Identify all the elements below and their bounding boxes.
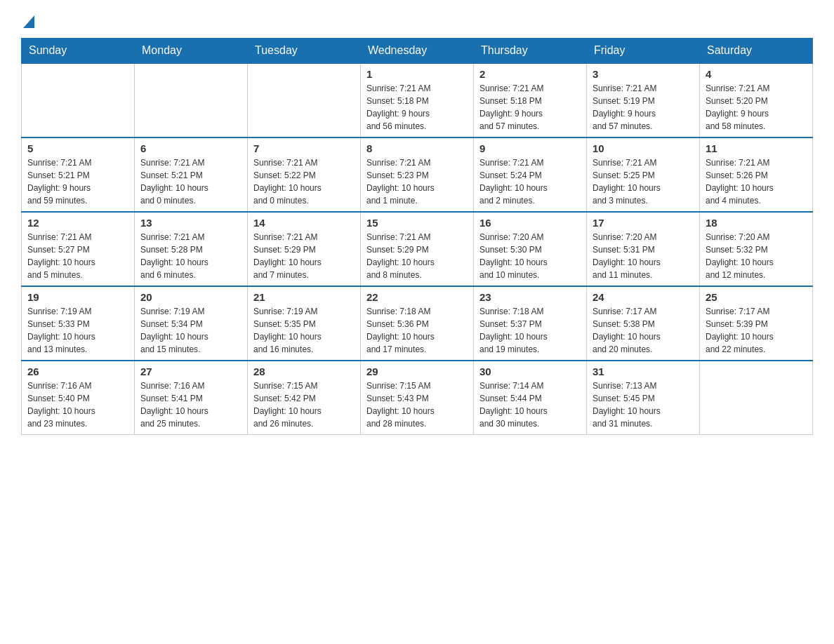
day-number: 3 [593,68,694,80]
calendar-cell: 13Sunrise: 7:21 AM Sunset: 5:28 PM Dayli… [135,212,248,286]
day-number: 6 [140,142,241,154]
calendar-cell: 12Sunrise: 7:21 AM Sunset: 5:27 PM Dayli… [22,212,135,286]
day-info: Sunrise: 7:21 AM Sunset: 5:20 PM Dayligh… [706,82,807,133]
day-info: Sunrise: 7:21 AM Sunset: 5:29 PM Dayligh… [253,231,355,281]
calendar-cell: 8Sunrise: 7:21 AM Sunset: 5:23 PM Daylig… [361,137,474,212]
calendar-cell: 26Sunrise: 7:16 AM Sunset: 5:40 PM Dayli… [22,361,135,435]
calendar-cell: 30Sunrise: 7:14 AM Sunset: 5:44 PM Dayli… [474,361,587,435]
calendar-cell: 6Sunrise: 7:21 AM Sunset: 5:21 PM Daylig… [135,137,248,212]
day-number: 13 [140,217,241,229]
day-number: 1 [366,68,468,80]
day-of-week-header: Monday [135,38,248,63]
calendar-cell: 14Sunrise: 7:21 AM Sunset: 5:29 PM Dayli… [248,212,361,286]
day-info: Sunrise: 7:17 AM Sunset: 5:39 PM Dayligh… [706,305,807,356]
day-of-week-header: Thursday [474,38,587,63]
calendar-cell: 9Sunrise: 7:21 AM Sunset: 5:24 PM Daylig… [474,137,587,212]
day-number: 27 [140,365,241,377]
day-number: 25 [706,291,807,303]
calendar-cell: 1Sunrise: 7:21 AM Sunset: 5:18 PM Daylig… [361,63,474,137]
day-info: Sunrise: 7:21 AM Sunset: 5:22 PM Dayligh… [253,156,355,207]
calendar-cell: 5Sunrise: 7:21 AM Sunset: 5:21 PM Daylig… [22,137,135,212]
day-number: 23 [479,291,581,303]
day-info: Sunrise: 7:20 AM Sunset: 5:30 PM Dayligh… [479,231,581,281]
calendar-cell: 15Sunrise: 7:21 AM Sunset: 5:29 PM Dayli… [361,212,474,286]
day-info: Sunrise: 7:21 AM Sunset: 5:18 PM Dayligh… [479,82,581,133]
day-number: 5 [27,142,128,154]
day-info: Sunrise: 7:17 AM Sunset: 5:38 PM Dayligh… [593,305,694,356]
day-info: Sunrise: 7:16 AM Sunset: 5:40 PM Dayligh… [27,380,128,430]
day-number: 8 [366,142,468,154]
calendar-cell: 11Sunrise: 7:21 AM Sunset: 5:26 PM Dayli… [700,137,813,212]
logo-triangle-icon [23,15,34,28]
day-of-week-header: Wednesday [361,38,474,63]
day-of-week-header: Saturday [700,38,813,63]
day-info: Sunrise: 7:19 AM Sunset: 5:33 PM Dayligh… [27,305,128,356]
day-info: Sunrise: 7:16 AM Sunset: 5:41 PM Dayligh… [140,380,241,430]
calendar-cell [248,63,361,137]
day-info: Sunrise: 7:21 AM Sunset: 5:25 PM Dayligh… [593,156,694,207]
day-info: Sunrise: 7:15 AM Sunset: 5:43 PM Dayligh… [366,380,468,430]
day-info: Sunrise: 7:21 AM Sunset: 5:27 PM Dayligh… [27,231,128,281]
day-number: 29 [366,365,468,377]
calendar-cell: 16Sunrise: 7:20 AM Sunset: 5:30 PM Dayli… [474,212,587,286]
day-number: 17 [593,217,694,229]
week-row: 1Sunrise: 7:21 AM Sunset: 5:18 PM Daylig… [22,63,813,137]
week-row: 26Sunrise: 7:16 AM Sunset: 5:40 PM Dayli… [22,361,813,435]
page-header [21,14,813,31]
calendar-cell: 24Sunrise: 7:17 AM Sunset: 5:38 PM Dayli… [587,286,700,361]
day-info: Sunrise: 7:21 AM Sunset: 5:18 PM Dayligh… [366,82,468,133]
day-info: Sunrise: 7:19 AM Sunset: 5:34 PM Dayligh… [140,305,241,356]
day-number: 24 [593,291,694,303]
calendar-cell: 4Sunrise: 7:21 AM Sunset: 5:20 PM Daylig… [700,63,813,137]
calendar-cell [135,63,248,137]
calendar-cell: 23Sunrise: 7:18 AM Sunset: 5:37 PM Dayli… [474,286,587,361]
calendar-cell: 2Sunrise: 7:21 AM Sunset: 5:18 PM Daylig… [474,63,587,137]
day-info: Sunrise: 7:20 AM Sunset: 5:31 PM Dayligh… [593,231,694,281]
calendar-cell: 28Sunrise: 7:15 AM Sunset: 5:42 PM Dayli… [248,361,361,435]
day-number: 14 [253,217,355,229]
day-number: 7 [253,142,355,154]
day-number: 10 [593,142,694,154]
day-number: 21 [253,291,355,303]
day-number: 12 [27,217,128,229]
svg-marker-0 [23,15,34,28]
day-info: Sunrise: 7:15 AM Sunset: 5:42 PM Dayligh… [253,380,355,430]
day-info: Sunrise: 7:21 AM Sunset: 5:24 PM Dayligh… [479,156,581,207]
day-info: Sunrise: 7:20 AM Sunset: 5:32 PM Dayligh… [706,231,807,281]
day-number: 11 [706,142,807,154]
day-number: 22 [366,291,468,303]
week-row: 19Sunrise: 7:19 AM Sunset: 5:33 PM Dayli… [22,286,813,361]
day-number: 26 [27,365,128,377]
day-info: Sunrise: 7:21 AM Sunset: 5:21 PM Dayligh… [140,156,241,207]
day-number: 9 [479,142,581,154]
calendar-cell: 21Sunrise: 7:19 AM Sunset: 5:35 PM Dayli… [248,286,361,361]
day-info: Sunrise: 7:18 AM Sunset: 5:37 PM Dayligh… [479,305,581,356]
calendar-cell: 10Sunrise: 7:21 AM Sunset: 5:25 PM Dayli… [587,137,700,212]
day-number: 20 [140,291,241,303]
calendar-cell: 27Sunrise: 7:16 AM Sunset: 5:41 PM Dayli… [135,361,248,435]
calendar-table: SundayMondayTuesdayWednesdayThursdayFrid… [21,38,813,435]
day-info: Sunrise: 7:21 AM Sunset: 5:29 PM Dayligh… [366,231,468,281]
week-row: 12Sunrise: 7:21 AM Sunset: 5:27 PM Dayli… [22,212,813,286]
day-info: Sunrise: 7:21 AM Sunset: 5:19 PM Dayligh… [593,82,694,133]
calendar-cell: 3Sunrise: 7:21 AM Sunset: 5:19 PM Daylig… [587,63,700,137]
day-number: 31 [593,365,694,377]
day-info: Sunrise: 7:21 AM Sunset: 5:21 PM Dayligh… [27,156,128,207]
calendar-cell: 19Sunrise: 7:19 AM Sunset: 5:33 PM Dayli… [22,286,135,361]
day-number: 18 [706,217,807,229]
calendar-cell: 31Sunrise: 7:13 AM Sunset: 5:45 PM Dayli… [587,361,700,435]
day-info: Sunrise: 7:21 AM Sunset: 5:26 PM Dayligh… [706,156,807,207]
calendar-cell [22,63,135,137]
day-number: 15 [366,217,468,229]
day-info: Sunrise: 7:14 AM Sunset: 5:44 PM Dayligh… [479,380,581,430]
calendar-cell: 29Sunrise: 7:15 AM Sunset: 5:43 PM Dayli… [361,361,474,435]
day-of-week-header: Sunday [22,38,135,63]
calendar-header-row: SundayMondayTuesdayWednesdayThursdayFrid… [22,38,813,63]
day-info: Sunrise: 7:19 AM Sunset: 5:35 PM Dayligh… [253,305,355,356]
day-number: 28 [253,365,355,377]
calendar-cell: 18Sunrise: 7:20 AM Sunset: 5:32 PM Dayli… [700,212,813,286]
day-number: 4 [706,68,807,80]
week-row: 5Sunrise: 7:21 AM Sunset: 5:21 PM Daylig… [22,137,813,212]
day-info: Sunrise: 7:21 AM Sunset: 5:23 PM Dayligh… [366,156,468,207]
calendar-cell: 20Sunrise: 7:19 AM Sunset: 5:34 PM Dayli… [135,286,248,361]
